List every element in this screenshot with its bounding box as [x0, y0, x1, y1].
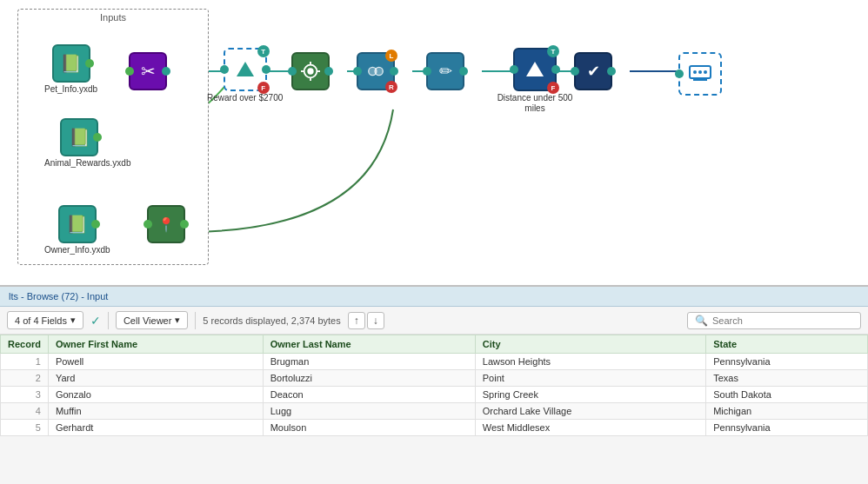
cell-state: Pennsylvania — [706, 420, 868, 436]
browse-icon — [678, 52, 722, 96]
filter1-t-badge: T — [257, 45, 270, 57]
cell-city: Spring Creek — [475, 387, 705, 403]
spatial-right-connector — [180, 220, 189, 229]
cell-last-name: Lugg — [263, 403, 475, 420]
cell-city: Point — [475, 370, 705, 387]
col-city: City — [475, 335, 705, 354]
svg-point-19 — [375, 67, 383, 75]
col-first-name: Owner First Name — [48, 335, 263, 354]
cell-state: Michigan — [706, 403, 868, 420]
separator-1 — [108, 312, 109, 329]
cell-first-name: Gerhardt — [48, 420, 263, 436]
scroll-up-button[interactable]: ↑ — [348, 312, 365, 329]
search-container: 🔍 — [687, 312, 861, 329]
find-nearest-node[interactable] — [291, 52, 330, 90]
results-toolbar: 4 of 4 Fields ▾ ✓ Cell Viewer ▾ 5 record… — [0, 307, 868, 335]
cell-record: 3 — [1, 387, 49, 403]
join-badge: L — [385, 50, 397, 62]
table-row: 4 Muffin Lugg Orchard Lake Village Michi… — [1, 403, 868, 420]
filter2-icon: T F — [513, 48, 557, 91]
svg-point-10 — [307, 68, 313, 74]
animal-rewards-node[interactable]: 📗 Animal_Rewards.yxdb — [44, 118, 114, 169]
search-icon: 🔍 — [695, 315, 708, 327]
filter2-label: Distance under 500 miles — [496, 93, 574, 114]
find-nearest-right-connector — [324, 67, 333, 76]
join-r-badge: R — [385, 81, 397, 93]
inputs-container: Inputs 📗 Pet_Info.yxdb 📗 Animal_Rewards.… — [17, 9, 209, 265]
checkmark-confirm-icon: ✓ — [90, 314, 101, 328]
filter2-left-connector — [510, 65, 518, 74]
formula-node[interactable]: ✏ — [426, 52, 464, 90]
cell-first-name: Gonzalo — [48, 387, 263, 403]
join-node[interactable]: L R — [357, 52, 395, 90]
svg-point-23 — [698, 70, 702, 74]
owner-info-label: Owner_Info.yxdb — [44, 245, 110, 255]
select-node[interactable]: ✂ — [129, 52, 167, 92]
cell-viewer-chevron: ▾ — [175, 315, 180, 326]
browse-left-connector — [675, 70, 684, 78]
filter1-right-connector — [262, 65, 270, 74]
animal-rewards-label: Animal_Rewards.yxdb — [44, 158, 114, 169]
chevron-down-icon: ▾ — [70, 315, 76, 326]
select-right-connector — [162, 67, 170, 76]
scroll-down-button[interactable]: ↓ — [367, 312, 384, 329]
cell-viewer-label: Cell Viewer — [124, 315, 171, 326]
table-row: 3 Gonzalo Deacon Spring Creek South Dako… — [1, 387, 868, 403]
fields-button[interactable]: 4 of 4 Fields ▾ — [7, 311, 83, 329]
cell-viewer-button[interactable]: Cell Viewer ▾ — [116, 311, 188, 329]
pet-info-right-connector — [85, 59, 94, 68]
formula-icon: ✏ — [426, 52, 464, 90]
cell-city: Orchard Lake Village — [475, 403, 705, 420]
owner-info-node[interactable]: 📗 Owner_Info.yxdb — [44, 205, 110, 255]
pet-info-icon: 📗 — [52, 44, 90, 83]
cell-first-name: Powell — [48, 354, 263, 370]
spatial-node[interactable]: 📍 — [147, 205, 185, 245]
find-nearest-left-connector — [288, 67, 297, 76]
cell-first-name: Yard — [48, 370, 263, 387]
cell-state: South Dakota — [706, 387, 868, 403]
filter2-f-badge: F — [547, 82, 559, 94]
separator-2 — [195, 312, 196, 329]
checkmark-node[interactable]: ✔ — [574, 52, 612, 90]
table-row: 5 Gerhardt Moulson West Middlesex Pennsy… — [1, 420, 868, 436]
table-row: 2 Yard Bortoluzzi Point Texas — [1, 370, 868, 387]
workflow-canvas: Inputs 📗 Pet_Info.yxdb 📗 Animal_Rewards.… — [0, 0, 868, 287]
bottom-panel: lts - Browse (72) - Input 4 of 4 Fields … — [0, 287, 868, 484]
filter1-node[interactable]: T F Reward over $2700 — [207, 48, 283, 103]
join-right-connector — [390, 67, 398, 76]
join-icon: L R — [357, 52, 395, 90]
cell-last-name: Brugman — [263, 354, 475, 370]
cell-last-name: Bortoluzzi — [263, 370, 475, 387]
cell-city: West Middlesex — [475, 420, 705, 436]
spatial-icon: 📍 — [147, 205, 185, 243]
browse-node[interactable] — [678, 52, 722, 96]
filter1-label: Reward over $2700 — [207, 93, 283, 103]
filter1-f-badge: F — [257, 82, 270, 94]
col-last-name: Owner Last Name — [263, 335, 475, 354]
cell-last-name: Moulson — [263, 420, 475, 436]
cell-record: 5 — [1, 420, 49, 436]
svg-point-24 — [704, 70, 707, 74]
filter2-node[interactable]: T F Distance under 500 miles — [496, 48, 574, 114]
join-left-connector — [353, 67, 362, 76]
data-table-wrapper: Record Owner First Name Owner Last Name … — [0, 335, 868, 436]
find-nearest-icon — [291, 52, 330, 90]
checkmark-left-connector — [571, 67, 579, 76]
pet-info-node[interactable]: 📗 Pet_Info.yxdb — [44, 44, 97, 95]
fields-label: 4 of 4 Fields — [15, 315, 67, 326]
cell-first-name: Muffin — [48, 403, 263, 420]
results-table: Record Owner First Name Owner Last Name … — [0, 335, 868, 436]
select-left-connector — [125, 67, 134, 76]
search-input[interactable] — [712, 315, 853, 326]
table-row: 1 Powell Brugman Lawson Heights Pennsylv… — [1, 354, 868, 370]
navigation-arrows: ↑ ↓ — [348, 312, 384, 329]
col-state: State — [706, 335, 868, 354]
select-icon: ✂ — [129, 52, 167, 90]
filter2-right-connector — [551, 65, 560, 74]
cell-record: 4 — [1, 403, 49, 420]
cell-state: Pennsylvania — [706, 354, 868, 370]
pet-info-label: Pet_Info.yxdb — [44, 84, 97, 95]
cell-record: 2 — [1, 370, 49, 387]
svg-point-22 — [693, 70, 697, 74]
panel-header: lts - Browse (72) - Input — [0, 287, 868, 307]
